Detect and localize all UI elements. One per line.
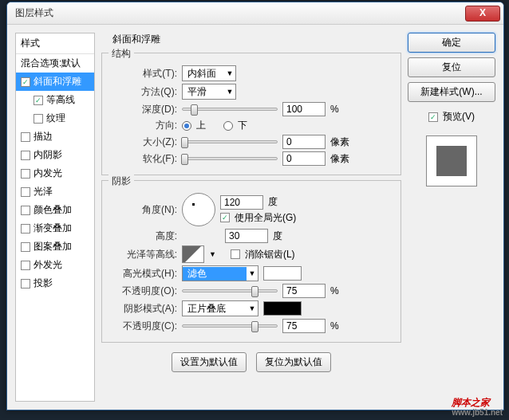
direction-label: 方向: bbox=[110, 119, 177, 132]
shadow-mode-label: 阴影模式(A): bbox=[110, 302, 177, 316]
altitude-input[interactable] bbox=[225, 229, 268, 243]
altitude-label: 高度: bbox=[110, 230, 177, 243]
styles-header: 样式 bbox=[16, 33, 94, 54]
gloss-contour-picker[interactable] bbox=[182, 245, 204, 263]
style-label: 混合选项:默认 bbox=[21, 57, 81, 70]
style-checkbox[interactable] bbox=[21, 224, 30, 234]
structure-group: 结构 样式(T): 内斜面▼ 方法(Q): 平滑▼ 深度(D): % 方向: 上… bbox=[101, 53, 401, 175]
shadow-opacity-input[interactable] bbox=[282, 319, 326, 333]
direction-up-radio[interactable] bbox=[182, 121, 191, 131]
style-item[interactable]: 内阴影 bbox=[16, 146, 94, 164]
angle-label: 角度(N): bbox=[110, 203, 177, 217]
style-checkbox[interactable] bbox=[21, 187, 30, 197]
ok-button[interactable]: 确定 bbox=[408, 33, 495, 53]
style-combo[interactable]: 内斜面▼ bbox=[182, 65, 236, 81]
style-label: 渐变叠加 bbox=[34, 222, 72, 235]
cancel-button[interactable]: 复位 bbox=[408, 57, 495, 77]
soften-label: 软化(F): bbox=[110, 152, 177, 166]
method-combo[interactable]: 平滑▼ bbox=[182, 84, 236, 100]
style-checkbox[interactable] bbox=[21, 169, 30, 179]
make-default-button[interactable]: 设置为默认值 bbox=[172, 352, 247, 372]
method-label: 方法(Q): bbox=[110, 85, 177, 99]
style-item[interactable]: 斜面和浮雕 bbox=[16, 73, 94, 91]
style-item[interactable]: 描边 bbox=[16, 128, 94, 146]
shadow-opacity-label: 不透明度(C): bbox=[110, 320, 177, 333]
style-checkbox[interactable] bbox=[34, 114, 43, 124]
shadow-opacity-slider[interactable] bbox=[182, 324, 278, 328]
window-title: 图层样式 bbox=[10, 6, 465, 20]
preview-swatch bbox=[426, 135, 477, 186]
antialias-checkbox[interactable] bbox=[231, 249, 240, 259]
size-label: 大小(Z): bbox=[110, 135, 177, 149]
close-button[interactable]: X bbox=[465, 6, 500, 22]
shadow-mode-combo[interactable]: 正片叠底▼ bbox=[182, 300, 258, 316]
style-label: 内阴影 bbox=[34, 148, 62, 162]
style-checkbox[interactable] bbox=[21, 132, 30, 142]
style-checkbox[interactable] bbox=[21, 242, 30, 252]
style-label: 描边 bbox=[34, 130, 53, 143]
style-label: 斜面和浮雕 bbox=[34, 75, 81, 88]
style-label: 内发光 bbox=[34, 167, 62, 180]
new-style-button[interactable]: 新建样式(W)... bbox=[408, 82, 495, 102]
size-input[interactable] bbox=[282, 135, 326, 149]
style-checkbox[interactable] bbox=[34, 96, 43, 105]
highlight-mode-combo[interactable]: 滤色▼ bbox=[182, 265, 258, 281]
highlight-opacity-input[interactable] bbox=[282, 284, 326, 298]
highlight-opacity-slider[interactable] bbox=[182, 289, 278, 292]
chevron-down-icon[interactable]: ▼ bbox=[209, 250, 216, 258]
style-checkbox[interactable] bbox=[21, 206, 30, 215]
preview-checkbox[interactable]: ✓ bbox=[428, 112, 438, 122]
style-item[interactable]: 光泽 bbox=[16, 183, 94, 201]
style-checkbox[interactable] bbox=[21, 77, 30, 87]
structure-legend: 结构 bbox=[109, 47, 134, 61]
gloss-label: 光泽等高线: bbox=[110, 248, 177, 261]
angle-dial[interactable] bbox=[182, 193, 215, 226]
style-item[interactable]: 外发光 bbox=[16, 256, 94, 274]
soften-unit: 像素 bbox=[330, 152, 349, 166]
chevron-down-icon: ▼ bbox=[224, 69, 235, 77]
style-item[interactable]: 渐变叠加 bbox=[16, 219, 94, 237]
shadow-color-swatch[interactable] bbox=[263, 301, 302, 316]
style-checkbox[interactable] bbox=[21, 279, 30, 289]
style-item[interactable]: 纹理 bbox=[16, 109, 94, 128]
depth-input[interactable] bbox=[282, 102, 326, 116]
style-checkbox[interactable] bbox=[21, 151, 30, 160]
angle-input[interactable] bbox=[220, 195, 263, 210]
highlight-mode-label: 高光模式(H): bbox=[110, 267, 177, 281]
styles-list: 样式 混合选项:默认斜面和浮雕等高线纹理描边内阴影内发光光泽颜色叠加渐变叠加图案… bbox=[15, 33, 95, 402]
style-item[interactable]: 混合选项:默认 bbox=[16, 54, 94, 73]
style-item[interactable]: 颜色叠加 bbox=[16, 201, 94, 219]
style-label: 外发光 bbox=[34, 258, 62, 272]
style-item[interactable]: 等高线 bbox=[16, 91, 94, 109]
style-label: 等高线 bbox=[46, 93, 75, 107]
style-item[interactable]: 内发光 bbox=[16, 164, 94, 183]
style-checkbox[interactable] bbox=[21, 261, 30, 270]
style-label: 样式(T): bbox=[110, 67, 177, 80]
watermark: 脚本之家 www.jb51.net bbox=[452, 391, 503, 417]
titlebar[interactable]: 图层样式 X bbox=[7, 2, 503, 25]
style-label: 纹理 bbox=[46, 112, 65, 125]
size-unit: 像素 bbox=[330, 135, 349, 149]
depth-label: 深度(D): bbox=[110, 103, 177, 116]
reset-default-button[interactable]: 复位为默认值 bbox=[256, 352, 331, 372]
depth-slider[interactable] bbox=[182, 108, 278, 111]
highlight-opacity-label: 不透明度(O): bbox=[110, 285, 177, 298]
chevron-down-icon: ▼ bbox=[247, 304, 258, 312]
soften-slider[interactable] bbox=[182, 157, 278, 160]
style-label: 颜色叠加 bbox=[34, 203, 72, 217]
size-slider[interactable] bbox=[182, 140, 278, 143]
direction-down-radio[interactable] bbox=[223, 121, 233, 131]
chevron-down-icon: ▼ bbox=[247, 269, 258, 277]
chevron-down-icon: ▼ bbox=[224, 88, 235, 96]
soften-input[interactable] bbox=[282, 151, 326, 166]
shading-legend: 阴影 bbox=[109, 175, 134, 188]
depth-unit: % bbox=[330, 104, 339, 115]
style-item[interactable]: 投影 bbox=[16, 274, 94, 292]
style-item[interactable]: 图案叠加 bbox=[16, 237, 94, 256]
global-light-checkbox[interactable]: ✓ bbox=[220, 213, 230, 222]
style-label: 图案叠加 bbox=[34, 240, 72, 253]
dialog-window: 图层样式 X 样式 混合选项:默认斜面和浮雕等高线纹理描边内阴影内发光光泽颜色叠… bbox=[6, 2, 504, 410]
highlight-color-swatch[interactable] bbox=[263, 266, 302, 281]
section-title: 斜面和浮雕 bbox=[101, 33, 401, 46]
style-label: 投影 bbox=[34, 277, 53, 290]
